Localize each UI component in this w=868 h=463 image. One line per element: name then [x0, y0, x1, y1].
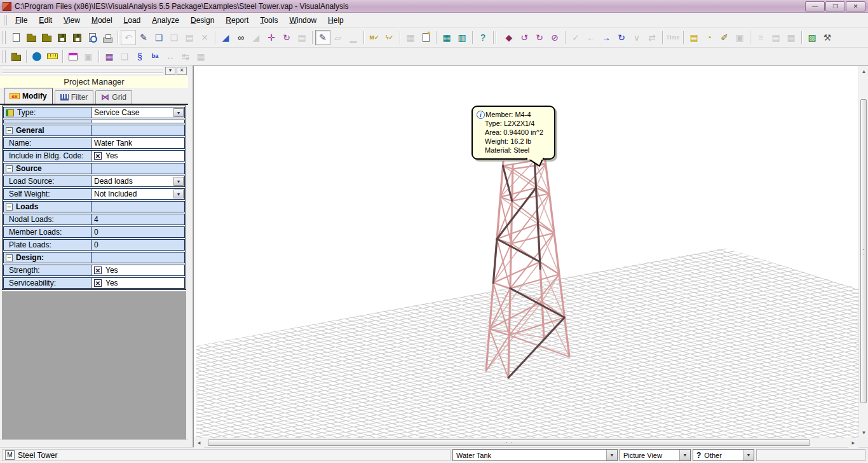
save-button[interactable] [54, 30, 69, 45]
model-scene[interactable]: iMember: M4-4Type: L2X2X1/4Area: 0.94400… [194, 66, 858, 438]
create-report-button[interactable] [418, 30, 433, 45]
load-case-dropdown-arrow[interactable]: ▼ [606, 450, 617, 460]
panel-close-button[interactable]: ✕ [177, 67, 187, 75]
other-combo[interactable]: ? Other ▼ [693, 449, 754, 461]
rename-objects-button[interactable]: ba [147, 49, 163, 64]
scroll-left-button[interactable]: ◄ [194, 438, 204, 448]
open-project-folder-button[interactable] [39, 30, 54, 45]
horizontal-scrollbar[interactable]: ◄ ► [194, 438, 858, 447]
restore-button[interactable]: ❐ [825, 1, 845, 11]
property-value[interactable]: ✕Yes [92, 151, 184, 161]
close-button[interactable]: ✕ [846, 1, 865, 11]
menu-load[interactable]: Load [118, 14, 147, 27]
design-groups-button[interactable]: ▨ [804, 30, 820, 45]
collapse-icon[interactable]: − [6, 204, 13, 211]
rotate-up-button[interactable]: ↺ [517, 30, 532, 45]
rotate-plan-icon: ⊘ [551, 33, 559, 42]
vertical-scroll-thumb[interactable] [860, 99, 867, 403]
animation-clock-button[interactable]: ◔ [702, 30, 717, 45]
tooltip-line: Material: Steel [477, 146, 552, 155]
menu-tools[interactable]: Tools [254, 14, 283, 27]
spring-support-button[interactable]: § [132, 49, 147, 64]
property-value[interactable]: ✕Yes [92, 278, 184, 288]
panel-chevron-button[interactable]: ▾ [165, 67, 175, 75]
import-file-button[interactable] [8, 49, 24, 64]
menu-edit[interactable]: Edit [33, 14, 58, 27]
view-mode-dropdown-arrow[interactable]: ▼ [679, 450, 690, 460]
menu-analyze[interactable]: Analyze [146, 14, 185, 27]
collapse-icon[interactable]: − [6, 127, 13, 134]
model-grid-button[interactable]: ▦ [102, 49, 117, 64]
result-options-button[interactable]: ▤ [686, 30, 702, 45]
panel-splitter[interactable] [188, 66, 193, 447]
menubar-grip[interactable] [4, 15, 7, 25]
toolbar-grip[interactable] [3, 50, 6, 63]
design-check-button[interactable]: ⚒ [820, 30, 835, 45]
menu-file[interactable]: File [10, 14, 33, 27]
horizontal-scroll-thumb[interactable] [208, 439, 810, 446]
rotate-plan-button[interactable]: ⊘ [547, 30, 562, 45]
dropdown-arrow-type[interactable]: ▼ [173, 108, 184, 117]
vertical-scrollbar[interactable]: ▲ ▼ [858, 66, 868, 438]
other-dropdown-arrow[interactable]: ▼ [743, 450, 754, 460]
model-view[interactable]: iMember: M4-4Type: L2X2X1/4Area: 0.94400… [193, 66, 868, 447]
menu-help[interactable]: Help [322, 14, 349, 27]
model-check-button[interactable]: M✓ [367, 30, 382, 45]
menu-window[interactable]: Window [283, 14, 322, 27]
units-ruler-button[interactable] [44, 49, 60, 64]
tile-windows-button[interactable]: ▦ [439, 30, 454, 45]
save-all-button[interactable] [69, 30, 85, 45]
print-preview-button[interactable] [85, 30, 100, 45]
filter-button[interactable]: ◢ [218, 30, 233, 45]
property-value[interactable]: Dead loads▼ [92, 176, 184, 186]
property-label-text: Load Source: [9, 177, 54, 186]
load-case-combo[interactable]: Water Tank ▼ [452, 449, 618, 461]
tab-filter[interactable]: Filter [55, 90, 94, 104]
panel-grip[interactable]: ▾ ✕ [0, 66, 188, 76]
collapse-icon[interactable]: − [6, 254, 13, 261]
menu-design[interactable]: Design [185, 14, 220, 27]
dropdown-arrow-load-source[interactable]: ▼ [173, 177, 184, 186]
next-case-button[interactable]: → [599, 30, 614, 45]
toolbar-grip[interactable] [3, 31, 6, 44]
tab-grid[interactable]: ⋈Grid [95, 90, 132, 104]
new-document-button[interactable] [8, 30, 24, 45]
scroll-right-button[interactable]: ► [848, 438, 858, 448]
help-button[interactable]: ? [475, 30, 491, 45]
checkbox-include-in-bldg-code[interactable]: ✕ [94, 152, 102, 160]
print-button[interactable] [100, 30, 115, 45]
menu-report[interactable]: Report [220, 14, 254, 27]
rotate-model-button[interactable]: ↻ [279, 30, 294, 45]
rotate-side-button[interactable]: ↻ [532, 30, 547, 45]
draw-member-button[interactable]: ✎ [315, 30, 330, 45]
menu-model[interactable]: Model [86, 14, 118, 27]
checkbox-serviceability[interactable]: ✕ [94, 279, 102, 287]
modify-tab-icon: ex [10, 93, 20, 99]
collapse-icon[interactable]: − [6, 165, 13, 172]
modify-edit-button[interactable]: ✎ [136, 30, 151, 45]
minimize-button[interactable]: — [805, 1, 825, 11]
project-info-button[interactable] [29, 49, 44, 64]
load-check-button[interactable]: ϟ✓ [382, 30, 397, 45]
checkbox-strength[interactable]: ✕ [94, 266, 102, 274]
new-view-window-button[interactable] [65, 49, 81, 64]
render-view-button[interactable]: ◆ [501, 30, 517, 45]
copy-button[interactable]: ❏ [151, 30, 166, 45]
view-mode-combo[interactable]: Picture View ▼ [620, 449, 691, 461]
property-value[interactable]: Service Case▼ [92, 107, 184, 118]
property-value[interactable]: Not Included▼ [92, 189, 184, 199]
property-value[interactable]: Water Tank [92, 138, 184, 148]
move-model-button[interactable]: ✛ [264, 30, 279, 45]
find-button[interactable]: ∞ [233, 30, 248, 45]
scroll-up-button[interactable]: ▲ [859, 66, 868, 76]
scroll-down-button[interactable]: ▼ [859, 427, 868, 438]
dropdown-arrow-self-weight[interactable]: ▼ [173, 190, 184, 198]
paint-results-button[interactable]: ✐ [717, 30, 732, 45]
animate-results-button[interactable]: ↻ [614, 30, 629, 45]
menu-view[interactable]: View [58, 14, 86, 27]
tab-modify[interactable]: exModify [4, 88, 53, 104]
new-report-window-button[interactable]: ▥ [454, 30, 470, 45]
open-file-button[interactable] [24, 30, 39, 45]
open-file-icon [27, 36, 36, 42]
property-value[interactable]: ✕Yes [92, 265, 184, 275]
